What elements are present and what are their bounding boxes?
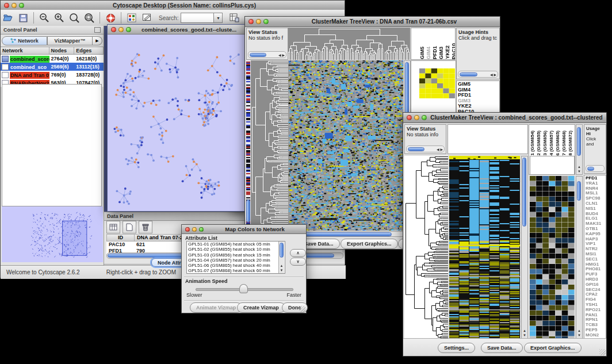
tab-vizmapper-label: VizMapper™	[55, 38, 86, 44]
column-dendrogram-area[interactable]	[447, 124, 528, 154]
annotation-icon[interactable]	[140, 12, 154, 24]
tab-network-label: Network	[18, 38, 39, 44]
attribute-list-item[interactable]: GPL51-04 (GSM857) heat shock 20 min	[188, 258, 285, 263]
tv1-export-graphics-button[interactable]: Export Graphics...	[341, 239, 398, 249]
help-icon[interactable]	[104, 12, 117, 24]
col-id[interactable]: ID	[107, 235, 135, 241]
select-attributes-icon[interactable]	[106, 221, 120, 233]
global-strip-scrollbar[interactable]	[246, 200, 250, 223]
treeview1-titlebar[interactable]: ClusterMaker TreeView : DNA and Tran 07-…	[245, 17, 500, 27]
minimize-icon[interactable]	[192, 227, 197, 232]
attribute-list-item[interactable]: GPL51-03 (GSM856) heat shock 15 min	[188, 252, 285, 258]
usage-hints-scrollbar[interactable]: ◀ ▶	[458, 71, 498, 78]
heatmap-canvas[interactable]	[449, 156, 520, 339]
close-icon[interactable]	[407, 115, 412, 120]
create-attribute-icon[interactable]	[123, 221, 136, 233]
close-icon[interactable]	[248, 19, 254, 24]
minimize-icon[interactable]	[118, 27, 124, 32]
network-tree-empty-area	[2, 84, 102, 206]
row-dendrogram[interactable]	[404, 156, 448, 339]
vizmap-node-icon[interactable]	[125, 12, 139, 24]
save-icon[interactable]	[16, 12, 30, 24]
attribute-list-item[interactable]: GPL51-06 (GSM865) heat shock 40 min	[188, 263, 285, 268]
column-labels-scrollbar[interactable]: ▲ ▼	[576, 124, 583, 175]
float-panel-icon[interactable]	[94, 27, 101, 33]
minimize-icon[interactable]	[12, 3, 17, 8]
minimize-icon[interactable]	[414, 115, 419, 120]
zoom-window-icon[interactable]	[19, 3, 24, 8]
tv2-export-graphics-button[interactable]: Export Graphics...	[524, 343, 582, 353]
network-row[interactable]: combined_scores_ 2764(0) 16218(0)	[1, 55, 104, 63]
main-titlebar[interactable]: Cytoscape Desktop (Session Name: collins…	[1, 1, 345, 10]
column-label[interactable]: PAC10	[451, 43, 456, 59]
create-vizmap-button[interactable]: Create Vizmap	[237, 302, 285, 313]
birdseye-view[interactable]	[2, 206, 103, 262]
column-label[interactable]: PFD1	[432, 46, 438, 59]
zoom-window-icon[interactable]	[126, 27, 131, 32]
tv2-settings-button[interactable]: Settings...	[438, 343, 475, 353]
row-dendrogram[interactable]	[251, 60, 288, 231]
network-row[interactable]: combined_sco 2569(6) 13112(15)	[1, 63, 104, 71]
tab-vizmapper[interactable]: VizMapper™	[47, 36, 93, 45]
open-icon[interactable]	[1, 12, 15, 24]
attribute-list-scrollbar[interactable]: ▲ ▼	[278, 242, 284, 273]
column-label[interactable]: YKE2	[445, 45, 451, 59]
tv2-save-data-button[interactable]: Save Data...	[481, 343, 523, 353]
correlation-matrix[interactable]	[419, 68, 455, 98]
zoom-in-icon[interactable]	[52, 12, 66, 24]
resize-grip[interactable]	[599, 349, 606, 355]
treeview2-titlebar[interactable]: ClusterMaker TreeView : combined_scores_…	[403, 113, 606, 123]
gene-list-scrollbar[interactable]: ▲ ▼	[576, 176, 583, 339]
usage-hints-text: Click and drag tc	[458, 35, 497, 41]
usage-hints-text: Click and	[586, 136, 596, 147]
usage-hints-title: Usage Hi	[586, 126, 604, 136]
usage-hints-scrollbar[interactable]	[586, 165, 605, 172]
tab-overflow-button[interactable]: ▶	[93, 36, 102, 45]
tab-network[interactable]: Network	[2, 36, 47, 45]
column-label[interactable]: GIM3	[438, 47, 445, 59]
search-input[interactable]	[181, 13, 214, 23]
speed-slider-thumb[interactable]	[239, 284, 248, 293]
main-window-title: Cytoscape Desktop (Session Name: collins…	[24, 2, 345, 9]
attribute-list-item[interactable]: GPL51-01 (GSM854) heat shock 05 min	[188, 242, 285, 247]
zoom-window-icon[interactable]	[263, 19, 269, 24]
col-edges[interactable]: Edges	[74, 47, 104, 54]
network1-canvas[interactable]	[109, 35, 246, 210]
zoom-heatmap-canvas[interactable]	[530, 176, 575, 339]
view-status-scrollbar[interactable]: ◀ ▶	[406, 145, 445, 152]
close-icon[interactable]	[4, 3, 9, 8]
view-status-title: View Status	[407, 126, 444, 132]
network-name: combined_scores_	[10, 56, 49, 63]
dialog-titlebar[interactable]: Map Colors to Network	[182, 225, 306, 234]
col-nodes[interactable]: Nodes	[49, 47, 75, 54]
zoom-fit-icon[interactable]	[82, 12, 96, 24]
move-up-button[interactable]: ∧	[290, 249, 306, 257]
gene-label[interactable]: MON2	[586, 333, 605, 338]
attribute-list[interactable]: GPL51-01 (GSM854) heat shock 05 minGPL51…	[186, 241, 285, 274]
column-label[interactable]: GIM5	[419, 47, 426, 59]
close-icon[interactable]	[111, 27, 116, 32]
network-row-icon	[2, 56, 9, 62]
column-dendrogram[interactable]	[288, 28, 410, 60]
column-label[interactable]: GIM4	[426, 47, 432, 59]
zoom-selected-icon[interactable]	[67, 12, 81, 24]
attribute-list-item[interactable]: GPL51-02 (GSM855) heat shock 10 min	[188, 247, 285, 252]
view-status-scrollbar[interactable]: ◀ ▶	[248, 51, 286, 58]
zoom-window-icon[interactable]	[422, 115, 427, 120]
search-dropdown-icon[interactable]: ▼	[214, 13, 223, 23]
zoom-out-icon[interactable]	[37, 12, 51, 24]
zoom-window-icon[interactable]	[199, 227, 204, 232]
minimize-icon[interactable]	[256, 19, 261, 24]
network1-titlebar[interactable]: combined_scores_good.txt--cluste...	[108, 25, 247, 35]
close-icon[interactable]	[185, 227, 190, 232]
attribute-browser-icon[interactable]	[227, 12, 241, 24]
move-down-button[interactable]: ∨	[290, 258, 306, 266]
network-row[interactable]: DNA and Tran 07 769(0) 183728(0)	[1, 71, 104, 79]
col-network[interactable]: Network	[1, 47, 49, 54]
delete-attribute-icon[interactable]	[139, 221, 152, 233]
attribute-list-item[interactable]: GPL51-07 (GSM868) heat shock 60 min	[188, 268, 285, 273]
heatmap-vscrollbar[interactable]: ▲ ▼	[521, 156, 528, 339]
network-table-header: Network Nodes Edges	[1, 47, 104, 55]
resize-grip[interactable]	[299, 306, 305, 312]
heatmap-canvas[interactable]	[288, 60, 403, 231]
